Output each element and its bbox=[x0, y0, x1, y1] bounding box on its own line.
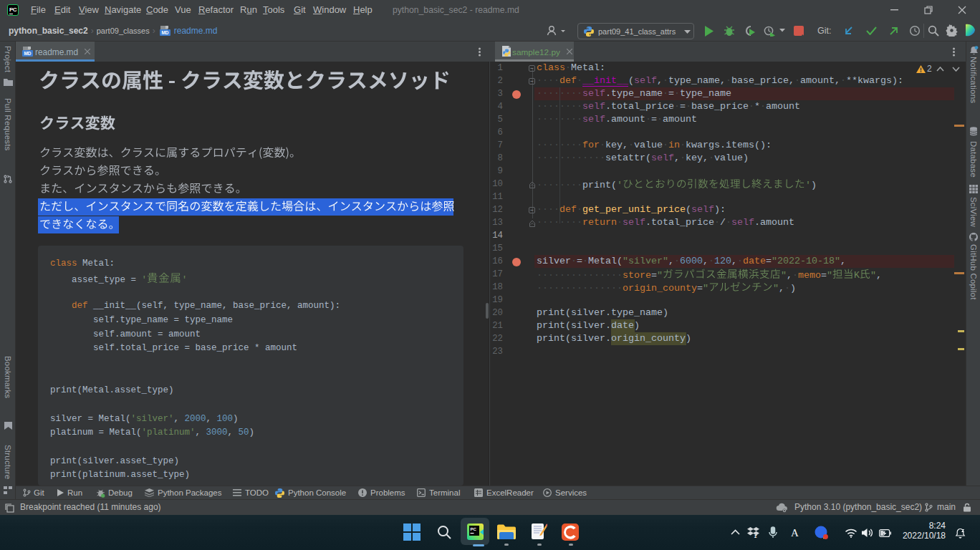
svg-text:PC: PC bbox=[471, 527, 477, 531]
svg-text:A: A bbox=[791, 527, 799, 539]
svg-text:z: z bbox=[754, 534, 757, 538]
svg-text:MD: MD bbox=[24, 51, 31, 56]
svg-text:MD: MD bbox=[161, 30, 168, 35]
